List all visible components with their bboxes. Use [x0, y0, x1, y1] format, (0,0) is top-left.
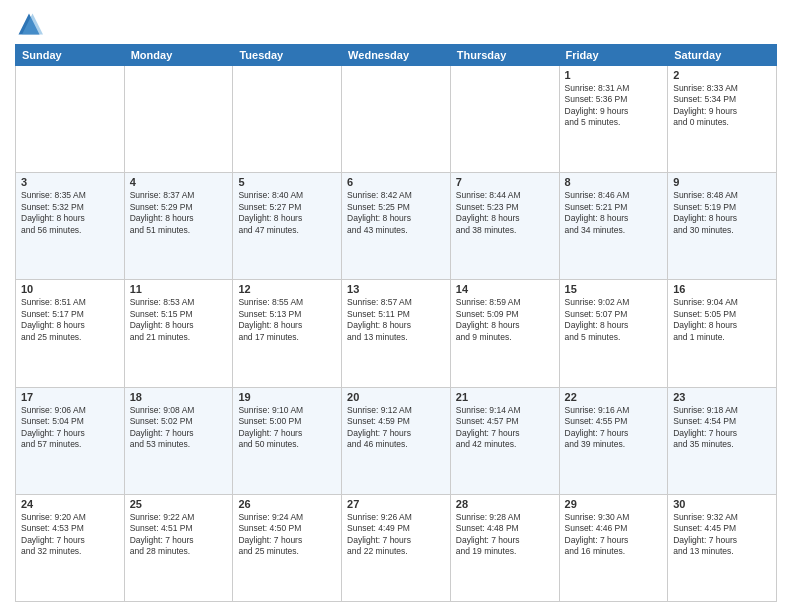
day-info: Sunrise: 9:16 AM Sunset: 4:55 PM Dayligh…: [565, 405, 663, 451]
page: SundayMondayTuesdayWednesdayThursdayFrid…: [0, 0, 792, 612]
day-cell: 4Sunrise: 8:37 AM Sunset: 5:29 PM Daylig…: [124, 173, 233, 280]
calendar: SundayMondayTuesdayWednesdayThursdayFrid…: [15, 44, 777, 602]
day-number: 22: [565, 391, 663, 403]
day-info: Sunrise: 8:57 AM Sunset: 5:11 PM Dayligh…: [347, 297, 445, 343]
day-number: 14: [456, 283, 554, 295]
day-cell: 18Sunrise: 9:08 AM Sunset: 5:02 PM Dayli…: [124, 387, 233, 494]
day-cell: [233, 66, 342, 173]
day-info: Sunrise: 9:14 AM Sunset: 4:57 PM Dayligh…: [456, 405, 554, 451]
day-number: 25: [130, 498, 228, 510]
day-cell: 29Sunrise: 9:30 AM Sunset: 4:46 PM Dayli…: [559, 494, 668, 601]
day-info: Sunrise: 8:48 AM Sunset: 5:19 PM Dayligh…: [673, 190, 771, 236]
day-number: 19: [238, 391, 336, 403]
day-cell: 2Sunrise: 8:33 AM Sunset: 5:34 PM Daylig…: [668, 66, 777, 173]
day-cell: 16Sunrise: 9:04 AM Sunset: 5:05 PM Dayli…: [668, 280, 777, 387]
col-header-sunday: Sunday: [16, 45, 125, 66]
day-cell: 3Sunrise: 8:35 AM Sunset: 5:32 PM Daylig…: [16, 173, 125, 280]
day-cell: 5Sunrise: 8:40 AM Sunset: 5:27 PM Daylig…: [233, 173, 342, 280]
day-cell: 22Sunrise: 9:16 AM Sunset: 4:55 PM Dayli…: [559, 387, 668, 494]
col-header-tuesday: Tuesday: [233, 45, 342, 66]
week-row-4: 17Sunrise: 9:06 AM Sunset: 5:04 PM Dayli…: [16, 387, 777, 494]
day-number: 26: [238, 498, 336, 510]
day-cell: 8Sunrise: 8:46 AM Sunset: 5:21 PM Daylig…: [559, 173, 668, 280]
week-row-5: 24Sunrise: 9:20 AM Sunset: 4:53 PM Dayli…: [16, 494, 777, 601]
day-info: Sunrise: 9:28 AM Sunset: 4:48 PM Dayligh…: [456, 512, 554, 558]
day-info: Sunrise: 9:18 AM Sunset: 4:54 PM Dayligh…: [673, 405, 771, 451]
day-cell: 30Sunrise: 9:32 AM Sunset: 4:45 PM Dayli…: [668, 494, 777, 601]
day-cell: 15Sunrise: 9:02 AM Sunset: 5:07 PM Dayli…: [559, 280, 668, 387]
logo-icon: [15, 10, 43, 38]
calendar-table: SundayMondayTuesdayWednesdayThursdayFrid…: [15, 44, 777, 602]
day-info: Sunrise: 9:20 AM Sunset: 4:53 PM Dayligh…: [21, 512, 119, 558]
day-number: 7: [456, 176, 554, 188]
day-cell: 26Sunrise: 9:24 AM Sunset: 4:50 PM Dayli…: [233, 494, 342, 601]
header: [15, 10, 777, 38]
day-number: 4: [130, 176, 228, 188]
day-info: Sunrise: 9:02 AM Sunset: 5:07 PM Dayligh…: [565, 297, 663, 343]
day-info: Sunrise: 8:51 AM Sunset: 5:17 PM Dayligh…: [21, 297, 119, 343]
day-number: 20: [347, 391, 445, 403]
day-info: Sunrise: 8:35 AM Sunset: 5:32 PM Dayligh…: [21, 190, 119, 236]
day-info: Sunrise: 9:10 AM Sunset: 5:00 PM Dayligh…: [238, 405, 336, 451]
day-cell: 9Sunrise: 8:48 AM Sunset: 5:19 PM Daylig…: [668, 173, 777, 280]
day-info: Sunrise: 8:44 AM Sunset: 5:23 PM Dayligh…: [456, 190, 554, 236]
week-row-2: 3Sunrise: 8:35 AM Sunset: 5:32 PM Daylig…: [16, 173, 777, 280]
col-header-thursday: Thursday: [450, 45, 559, 66]
day-cell: 28Sunrise: 9:28 AM Sunset: 4:48 PM Dayli…: [450, 494, 559, 601]
day-cell: [16, 66, 125, 173]
day-cell: 21Sunrise: 9:14 AM Sunset: 4:57 PM Dayli…: [450, 387, 559, 494]
week-row-1: 1Sunrise: 8:31 AM Sunset: 5:36 PM Daylig…: [16, 66, 777, 173]
day-number: 29: [565, 498, 663, 510]
day-number: 13: [347, 283, 445, 295]
day-number: 12: [238, 283, 336, 295]
day-info: Sunrise: 9:26 AM Sunset: 4:49 PM Dayligh…: [347, 512, 445, 558]
day-number: 27: [347, 498, 445, 510]
day-number: 28: [456, 498, 554, 510]
day-cell: 20Sunrise: 9:12 AM Sunset: 4:59 PM Dayli…: [342, 387, 451, 494]
day-info: Sunrise: 9:04 AM Sunset: 5:05 PM Dayligh…: [673, 297, 771, 343]
day-info: Sunrise: 8:42 AM Sunset: 5:25 PM Dayligh…: [347, 190, 445, 236]
day-info: Sunrise: 8:55 AM Sunset: 5:13 PM Dayligh…: [238, 297, 336, 343]
day-cell: 19Sunrise: 9:10 AM Sunset: 5:00 PM Dayli…: [233, 387, 342, 494]
day-number: 21: [456, 391, 554, 403]
day-cell: [450, 66, 559, 173]
day-cell: 17Sunrise: 9:06 AM Sunset: 5:04 PM Dayli…: [16, 387, 125, 494]
day-number: 3: [21, 176, 119, 188]
day-cell: 14Sunrise: 8:59 AM Sunset: 5:09 PM Dayli…: [450, 280, 559, 387]
day-cell: 24Sunrise: 9:20 AM Sunset: 4:53 PM Dayli…: [16, 494, 125, 601]
day-number: 24: [21, 498, 119, 510]
day-info: Sunrise: 9:24 AM Sunset: 4:50 PM Dayligh…: [238, 512, 336, 558]
day-number: 30: [673, 498, 771, 510]
day-cell: 27Sunrise: 9:26 AM Sunset: 4:49 PM Dayli…: [342, 494, 451, 601]
col-header-wednesday: Wednesday: [342, 45, 451, 66]
day-cell: 11Sunrise: 8:53 AM Sunset: 5:15 PM Dayli…: [124, 280, 233, 387]
day-number: 23: [673, 391, 771, 403]
day-number: 9: [673, 176, 771, 188]
day-number: 5: [238, 176, 336, 188]
day-info: Sunrise: 8:59 AM Sunset: 5:09 PM Dayligh…: [456, 297, 554, 343]
day-number: 11: [130, 283, 228, 295]
day-number: 1: [565, 69, 663, 81]
day-info: Sunrise: 8:46 AM Sunset: 5:21 PM Dayligh…: [565, 190, 663, 236]
day-number: 6: [347, 176, 445, 188]
day-info: Sunrise: 8:33 AM Sunset: 5:34 PM Dayligh…: [673, 83, 771, 129]
day-cell: 10Sunrise: 8:51 AM Sunset: 5:17 PM Dayli…: [16, 280, 125, 387]
day-number: 15: [565, 283, 663, 295]
day-info: Sunrise: 8:53 AM Sunset: 5:15 PM Dayligh…: [130, 297, 228, 343]
day-info: Sunrise: 8:31 AM Sunset: 5:36 PM Dayligh…: [565, 83, 663, 129]
day-cell: 25Sunrise: 9:22 AM Sunset: 4:51 PM Dayli…: [124, 494, 233, 601]
week-row-3: 10Sunrise: 8:51 AM Sunset: 5:17 PM Dayli…: [16, 280, 777, 387]
day-info: Sunrise: 9:08 AM Sunset: 5:02 PM Dayligh…: [130, 405, 228, 451]
day-info: Sunrise: 8:40 AM Sunset: 5:27 PM Dayligh…: [238, 190, 336, 236]
day-info: Sunrise: 9:06 AM Sunset: 5:04 PM Dayligh…: [21, 405, 119, 451]
day-number: 10: [21, 283, 119, 295]
day-number: 17: [21, 391, 119, 403]
day-cell: 6Sunrise: 8:42 AM Sunset: 5:25 PM Daylig…: [342, 173, 451, 280]
day-info: Sunrise: 8:37 AM Sunset: 5:29 PM Dayligh…: [130, 190, 228, 236]
logo: [15, 10, 47, 38]
day-cell: 12Sunrise: 8:55 AM Sunset: 5:13 PM Dayli…: [233, 280, 342, 387]
day-number: 16: [673, 283, 771, 295]
day-number: 18: [130, 391, 228, 403]
day-cell: 23Sunrise: 9:18 AM Sunset: 4:54 PM Dayli…: [668, 387, 777, 494]
day-info: Sunrise: 9:12 AM Sunset: 4:59 PM Dayligh…: [347, 405, 445, 451]
